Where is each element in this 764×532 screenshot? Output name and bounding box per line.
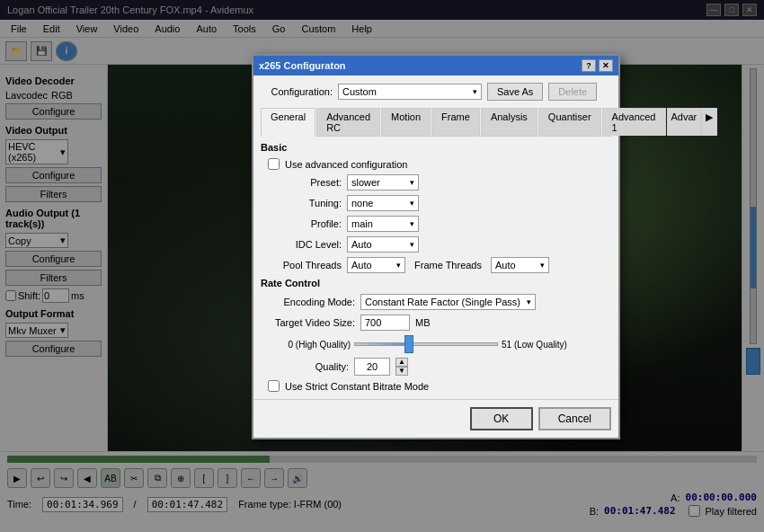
modal-title-controls: ? ✕ xyxy=(582,59,613,72)
use-advanced-config-label: Use advanced configuration xyxy=(285,159,407,170)
tuning-row: Tuning: none ▾ xyxy=(261,195,611,211)
preset-label: Preset: xyxy=(261,177,342,188)
quality-value-row: Quality: 20 ▲ ▼ xyxy=(261,358,611,376)
tab-more[interactable]: Advar xyxy=(667,108,702,136)
frame-threads-arrow: ▾ xyxy=(540,261,545,270)
threads-row: Pool Threads Auto ▾ Frame Threads Auto ▾ xyxy=(261,257,611,273)
cancel-btn[interactable]: Cancel xyxy=(538,407,611,430)
config-label: Configuration: xyxy=(261,86,333,97)
profile-value: main xyxy=(351,218,373,229)
pool-threads-label: Pool Threads xyxy=(261,260,342,270)
quality-slider-track xyxy=(354,342,498,346)
strict-mode-label: Use Strict Constant Bitrate Mode xyxy=(285,381,429,392)
strict-mode-row: Use Strict Constant Bitrate Mode xyxy=(261,380,611,392)
profile-dropdown[interactable]: main ▾ xyxy=(347,216,419,232)
encoding-mode-label: Encoding Mode: xyxy=(261,297,355,307)
config-row: Configuration: Custom ▾ Save As Delete xyxy=(261,83,611,101)
quality-label-right: 51 (Low Quality) xyxy=(502,340,582,350)
tab-motion[interactable]: Motion xyxy=(381,108,431,136)
quality-value: 20 xyxy=(367,361,378,372)
preset-arrow: ▾ xyxy=(410,178,414,187)
basic-section-title: Basic xyxy=(261,142,611,153)
encoding-mode-row: Encoding Mode: Constant Rate Factor (Sin… xyxy=(261,294,611,310)
quality-value-box: 20 xyxy=(354,358,390,376)
modal-title: x265 Configuraton xyxy=(259,60,346,71)
config-dropdown-arrow: ▾ xyxy=(473,87,477,96)
modal-close-btn[interactable]: ✕ xyxy=(599,59,613,72)
quality-row: 0 (High Quality) 51 (Low Quality) xyxy=(261,335,611,353)
tab-next-arrow[interactable]: ▶ xyxy=(701,108,717,136)
pool-threads-dropdown[interactable]: Auto ▾ xyxy=(347,257,405,273)
idc-level-value: Auto xyxy=(351,239,372,250)
strict-mode-checkbox[interactable] xyxy=(268,380,280,392)
profile-label: Profile: xyxy=(261,218,342,229)
frame-threads-dropdown[interactable]: Auto ▾ xyxy=(491,257,549,273)
x265-dialog: x265 Configuraton ? ✕ Configuration: Cus… xyxy=(252,54,620,439)
use-advanced-config-row: Use advanced configuration xyxy=(261,158,611,170)
tab-advanced1[interactable]: Advanced 1 xyxy=(602,108,666,136)
modal-title-bar: x265 Configuraton ? ✕ xyxy=(253,56,618,75)
frame-threads-value: Auto xyxy=(495,260,516,270)
pool-threads-arrow: ▾ xyxy=(396,261,401,270)
save-as-btn[interactable]: Save As xyxy=(487,83,543,101)
target-video-size-unit: MB xyxy=(415,317,431,328)
idc-level-label: IDC Level: xyxy=(261,239,342,250)
config-dropdown[interactable]: Custom ▾ xyxy=(338,84,482,100)
quality-spinners: ▲ ▼ xyxy=(395,358,408,376)
quality-label-left: 0 (High Quality) xyxy=(261,340,351,350)
tab-quantiser[interactable]: Quantiser xyxy=(538,108,601,136)
tab-general[interactable]: General xyxy=(261,108,315,137)
encoding-mode-value: Constant Rate Factor (Single Pass) xyxy=(365,297,520,307)
modal-help-btn[interactable]: ? xyxy=(582,59,596,72)
modal-overlay: x265 Configuraton ? ✕ Configuration: Cus… xyxy=(0,0,764,532)
quality-down-btn[interactable]: ▼ xyxy=(395,367,408,376)
target-video-size-label: Target Video Size: xyxy=(261,317,355,328)
quality-up-btn[interactable]: ▲ xyxy=(395,358,408,367)
tuning-arrow: ▾ xyxy=(410,199,414,208)
preset-dropdown[interactable]: slower ▾ xyxy=(347,174,419,191)
tab-analysis[interactable]: Analysis xyxy=(481,108,537,136)
idc-level-arrow: ▾ xyxy=(410,240,414,249)
quality-label: Quality: xyxy=(268,361,349,372)
tuning-value: none xyxy=(351,198,373,208)
ok-btn[interactable]: OK xyxy=(470,407,533,430)
idc-level-row: IDC Level: Auto ▾ xyxy=(261,236,611,253)
modal-content: Configuration: Custom ▾ Save As Delete G… xyxy=(253,75,618,399)
config-value: Custom xyxy=(342,86,377,97)
tab-frame[interactable]: Frame xyxy=(431,108,480,136)
target-video-size-row: Target Video Size: MB xyxy=(261,315,611,331)
dialog-footer: OK Cancel xyxy=(253,399,618,438)
tuning-dropdown[interactable]: none ▾ xyxy=(347,195,419,211)
encoding-mode-arrow: ▾ xyxy=(527,297,531,306)
rate-control-title: Rate Control xyxy=(261,278,611,288)
idc-level-dropdown[interactable]: Auto ▾ xyxy=(347,236,419,253)
tabs-row: General Advanced RC Motion Frame Analysi… xyxy=(261,108,611,137)
tuning-label: Tuning: xyxy=(261,198,342,208)
frame-threads-label: Frame Threads xyxy=(414,260,482,270)
preset-value: slower xyxy=(351,177,380,188)
tab-advanced-rc[interactable]: Advanced RC xyxy=(316,108,380,136)
preset-row: Preset: slower ▾ xyxy=(261,174,611,191)
pool-threads-value: Auto xyxy=(351,260,372,270)
encoding-mode-dropdown[interactable]: Constant Rate Factor (Single Pass) ▾ xyxy=(360,294,536,310)
profile-arrow: ▾ xyxy=(410,219,414,228)
delete-btn[interactable]: Delete xyxy=(548,83,597,101)
profile-row: Profile: main ▾ xyxy=(261,216,611,232)
use-advanced-config-checkbox[interactable] xyxy=(268,158,280,170)
quality-slider-thumb[interactable] xyxy=(404,335,413,353)
target-video-size-input[interactable] xyxy=(360,315,410,331)
quality-slider-container[interactable] xyxy=(354,335,498,353)
